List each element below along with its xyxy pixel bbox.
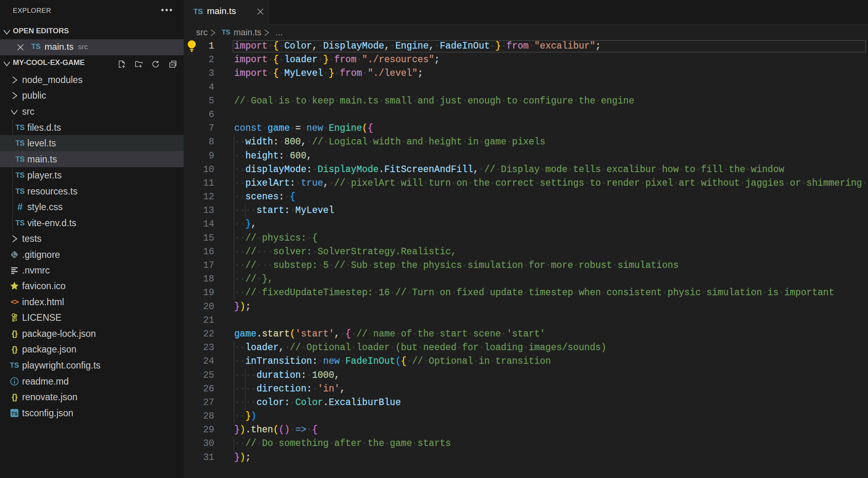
- svg-text:TS: TS: [11, 411, 18, 417]
